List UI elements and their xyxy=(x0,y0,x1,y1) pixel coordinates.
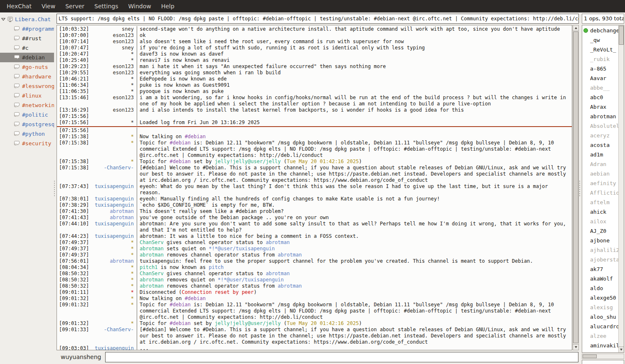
user-list-item-Afflictio[interactable]: Afflictio xyxy=(582,188,618,198)
message-nick[interactable]: eson123 xyxy=(87,95,137,107)
userlist-horizontal-scrollbar[interactable] xyxy=(582,354,624,359)
user-list-item-_rubik[interactable]: _rubik xyxy=(582,54,618,64)
message-nick[interactable]: sney xyxy=(87,26,137,32)
menu-view[interactable]: View xyxy=(37,0,60,12)
message-nick[interactable]: * xyxy=(87,252,137,258)
channel-item-networking[interactable]: #networking xyxy=(0,100,54,110)
userlist-resize-handle[interactable] xyxy=(579,12,581,364)
topic-bar[interactable]: LTS support: /msg dpkg elts | NO FLOOD: … xyxy=(57,14,579,24)
nickname-button[interactable]: wuyuansheng xyxy=(58,354,105,360)
channel-item-politic[interactable]: #politic xyxy=(0,110,54,120)
message-nick[interactable]: tuxisapenguin xyxy=(87,196,137,202)
menu-help[interactable]: Help xyxy=(156,0,180,12)
channel-item-linux[interactable]: #linux xyxy=(0,91,54,100)
expander-down-icon[interactable] xyxy=(1,17,5,21)
userlist-scroll-down-button[interactable] xyxy=(619,347,624,352)
message-nick[interactable]: eson123 xyxy=(87,107,137,113)
user-list-item-ahick[interactable]: ahick xyxy=(582,207,618,217)
message-nick[interactable]: -ChanServ- xyxy=(87,165,137,183)
message-nick[interactable]: -ChanServ- xyxy=(87,327,137,345)
message-nick[interactable]: abrotman xyxy=(87,208,137,215)
user-list-item-aftelm[interactable]: aftelm xyxy=(582,198,618,207)
message-nick[interactable]: tuxisapenguin xyxy=(87,221,137,233)
user-list-item-ajbone[interactable]: ajbone xyxy=(582,236,618,245)
user-list-item-debchange[interactable]: debchange xyxy=(582,26,618,35)
channel-item-programming[interactable]: ##programming xyxy=(0,24,54,34)
message-nick[interactable]: * xyxy=(87,283,137,289)
message-nick[interactable]: * xyxy=(87,76,137,82)
message-nick[interactable]: eson123 xyxy=(87,70,137,76)
message-nick[interactable]: * xyxy=(87,134,137,140)
user-list-item-aminvakil[interactable]: aminvakil xyxy=(582,341,618,350)
message-nick[interactable]: tuxisapenguin xyxy=(87,233,137,239)
message-nick[interactable]: tuxisapenguin xyxy=(87,183,137,196)
user-list-item-aldo[interactable]: aldo xyxy=(582,283,618,293)
message-nick[interactable]: * xyxy=(87,159,137,165)
message-nick[interactable]: * xyxy=(87,82,137,88)
message-nick[interactable]: * xyxy=(87,140,137,159)
channel-item-postgresql[interactable]: #postgresql xyxy=(0,120,54,129)
userlist-vertical-scrollbar[interactable] xyxy=(618,25,624,352)
channel-item-hardware[interactable]: #hardware xyxy=(0,72,54,81)
chat-vertical-scrollbar[interactable] xyxy=(573,25,579,350)
message-nick[interactable]: * xyxy=(87,264,137,271)
message-nick[interactable]: * xyxy=(87,277,137,283)
message-nick[interactable]: eson123 xyxy=(87,39,137,45)
user-list-item-a-865[interactable]: a-865 xyxy=(582,64,618,73)
channel-item-lesswrong[interactable]: #lesswrong xyxy=(0,81,54,91)
server-tree-item[interactable]: Libera.Chat xyxy=(0,15,54,24)
user-list-item-AJ_Z0[interactable]: AJ_Z0 xyxy=(582,226,618,236)
message-nick[interactable]: tuxisapenguin xyxy=(87,202,137,208)
message-nick[interactable]: abrotman xyxy=(87,258,137,264)
user-list-item-abc0[interactable]: abc0 xyxy=(582,93,618,102)
message-nick[interactable]: * xyxy=(87,51,137,57)
chat-scroll-thumb[interactable] xyxy=(573,32,578,343)
user-list-item-ajhalili2[interactable]: ajhalili2 xyxy=(582,245,618,255)
user-list-item-Abrax[interactable]: Abrax xyxy=(582,102,618,112)
user-list-item-ailox[interactable]: ailox xyxy=(582,217,618,226)
message-nick[interactable]: * xyxy=(87,271,137,277)
user-list-item-ad1m[interactable]: ad1m xyxy=(582,150,618,159)
user-list-item-Aavar[interactable]: Aavar xyxy=(582,73,618,83)
message-nick[interactable] xyxy=(87,113,137,120)
user-list-item-abrotman[interactable]: abrotman xyxy=(582,112,618,121)
user-list-item-alucardro[interactable]: alucardro xyxy=(582,322,618,331)
message-nick[interactable]: * xyxy=(87,320,137,327)
message-nick[interactable]: * xyxy=(87,120,137,126)
message-nick[interactable]: * xyxy=(87,88,137,95)
scroll-up-button[interactable] xyxy=(573,25,579,31)
message-nick[interactable]: * xyxy=(87,302,137,320)
user-list-item-alzee[interactable]: alzee xyxy=(582,331,618,341)
userlist-hscroll-thumb[interactable] xyxy=(583,354,597,358)
message-nick[interactable]: * xyxy=(87,246,137,252)
menu-window[interactable]: Window xyxy=(123,0,156,12)
menu-hexchat[interactable]: HexChat xyxy=(2,0,37,12)
channel-item-rust[interactable]: ##rust xyxy=(0,34,54,43)
message-nick[interactable]: * xyxy=(87,296,137,302)
user-list-item-alexge50[interactable]: alexge50 xyxy=(582,293,618,303)
user-list-item-acosta[interactable]: acosta xyxy=(582,140,618,150)
message-nick[interactable]: eson123 xyxy=(87,32,137,39)
userlist-scroll-trough[interactable] xyxy=(619,25,624,347)
tree-resize-handle[interactable] xyxy=(54,12,55,364)
user-list-item-aebian[interactable]: aebian xyxy=(582,169,618,178)
channel-item-python[interactable]: #python xyxy=(0,129,54,139)
channel-item-c[interactable]: #c xyxy=(0,43,54,53)
user-list-item-akaWolf[interactable]: akaWolf xyxy=(582,274,618,283)
user-list-item-Absolutel[interactable]: Absolutel xyxy=(582,121,618,131)
user-list-item-ajobersta[interactable]: ajobersta xyxy=(582,255,618,264)
userlist-scroll-thumb[interactable] xyxy=(619,26,624,45)
channel-item-security[interactable]: #security xyxy=(0,139,54,148)
user-list-item-aloo_shu[interactable]: aloo_shu xyxy=(582,312,618,322)
user-list-item-_qw[interactable]: _qw xyxy=(582,35,618,45)
message-nick[interactable]: * xyxy=(87,239,137,246)
user-list-item-Adran[interactable]: Adran xyxy=(582,159,618,169)
message-nick[interactable] xyxy=(87,127,137,134)
user-list-item-aceryz[interactable]: aceryz xyxy=(582,131,618,140)
message-input[interactable] xyxy=(105,352,578,362)
user-list-item-ak77[interactable]: ak77 xyxy=(582,264,618,274)
user-list-item-alexisg[interactable]: alexisg xyxy=(582,303,618,312)
message-nick[interactable]: * xyxy=(87,57,137,64)
message-nick[interactable]: * xyxy=(87,289,137,296)
menu-settings[interactable]: Settings xyxy=(89,0,123,12)
